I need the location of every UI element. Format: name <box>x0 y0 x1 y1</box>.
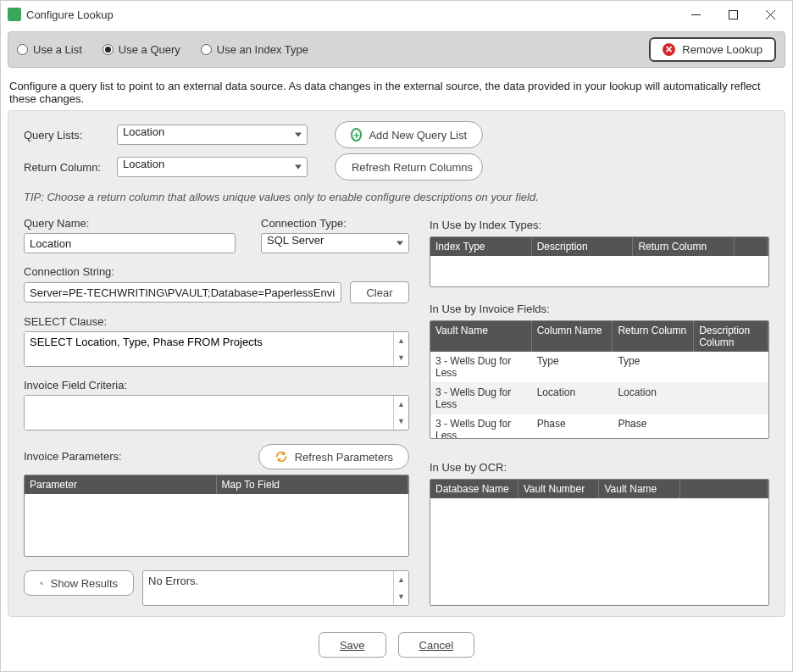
invoice-fields-body: 3 - Wells Dug for LessTypeType3 - Wells … <box>430 352 768 438</box>
cancel-button[interactable]: Cancel <box>398 632 474 658</box>
radio-icon <box>17 44 28 55</box>
refresh-return-columns-label: Refresh Return Columns <box>352 161 473 174</box>
mode-selector: Use a List Use a Query Use an Index Type… <box>8 31 785 68</box>
cell: Type <box>613 352 694 382</box>
col-vault-name: Vault Name <box>430 321 532 352</box>
name-type-row: Query Name: Connection Type: SQL Server <box>24 217 409 253</box>
cell: Location <box>532 383 613 414</box>
save-button[interactable]: Save <box>319 632 386 658</box>
refresh-return-columns-button[interactable]: Refresh Return Columns <box>335 153 483 180</box>
radio-icon <box>103 44 114 55</box>
window-title: Configure Lookup <box>26 8 677 21</box>
minimize-button[interactable] <box>677 2 714 27</box>
parameters-header: Parameter Map To Field <box>25 475 408 494</box>
connection-string-input[interactable] <box>24 282 341 303</box>
close-icon <box>766 10 775 19</box>
spin-up[interactable]: ▲ <box>394 571 408 588</box>
footer: Save Cancel <box>1 624 792 671</box>
query-lists-row: Query Lists: Location + Add New Query Li… <box>24 121 769 148</box>
col-parameter: Parameter <box>25 475 217 494</box>
clear-button[interactable]: Clear <box>350 281 409 303</box>
index-types-body <box>430 256 768 286</box>
refresh-parameters-button[interactable]: Refresh Parameters <box>258 444 409 469</box>
select-clause-label: SELECT Clause: <box>24 315 409 328</box>
col-database-name: Database Name <box>430 480 518 498</box>
cell: Phase <box>613 414 694 438</box>
col-return-column: Return Column <box>633 237 735 256</box>
remove-lookup-label: Remove Lookup <box>682 43 762 56</box>
table-row[interactable]: 3 - Wells Dug for LessPhasePhase <box>430 414 768 438</box>
cell: Type <box>532 352 613 382</box>
left-column: Query Name: Connection Type: SQL Server … <box>24 217 409 606</box>
spin-down[interactable]: ▼ <box>394 413 408 430</box>
invoice-fields-grid[interactable]: Vault Name Column Name Return Column Des… <box>430 320 769 439</box>
col-map-to: Map To Field <box>217 475 409 494</box>
refresh-icon <box>274 450 288 464</box>
return-column-value: Location <box>123 158 164 170</box>
col-vault-number: Vault Number <box>518 480 600 498</box>
app-icon <box>8 8 21 21</box>
remove-icon: ✕ <box>663 43 675 56</box>
tip-text: TIP: Choose a return column that allows … <box>24 191 769 203</box>
spin-up[interactable]: ▲ <box>394 396 408 413</box>
col-empty <box>680 480 768 498</box>
main-panel: Query Lists: Location + Add New Query Li… <box>8 110 785 617</box>
query-name-label: Query Name: <box>24 217 236 230</box>
spin-buttons: ▲ ▼ <box>393 571 408 605</box>
radio-use-query[interactable]: Use a Query <box>103 43 180 56</box>
index-types-grid[interactable]: Index Type Description Return Column <box>430 236 769 287</box>
invoice-criteria-text[interactable] <box>25 396 393 430</box>
col-return-column: Return Column <box>613 321 694 352</box>
query-lists-select[interactable]: Location <box>117 125 308 145</box>
ocr-grid[interactable]: Database Name Vault Number Vault Name <box>430 479 769 606</box>
svg-rect-1 <box>729 10 737 19</box>
cell: 3 - Wells Dug for Less <box>430 352 532 382</box>
col-index-type: Index Type <box>430 237 532 256</box>
window: Configure Lookup Use a List Use a Query … <box>0 0 793 672</box>
spin-up[interactable]: ▲ <box>394 332 408 349</box>
radio-use-index[interactable]: Use an Index Type <box>201 43 308 56</box>
errors-box: No Errors. ▲ ▼ <box>142 570 409 606</box>
connection-type-value: SQL Server <box>267 234 324 247</box>
connection-type-select[interactable]: SQL Server <box>261 233 409 253</box>
ocr-label: In Use by OCR: <box>430 461 769 474</box>
select-clause-text[interactable]: SELECT Location, Type, Phase FROM Projec… <box>25 332 393 366</box>
radio-icon <box>201 44 212 55</box>
description: Configure a query list to point to an ex… <box>1 71 792 110</box>
spin-down[interactable]: ▼ <box>394 349 408 366</box>
table-row[interactable]: 3 - Wells Dug for LessLocationLocation <box>430 383 768 414</box>
return-column-select[interactable]: Location <box>117 157 308 177</box>
select-clause-input[interactable]: SELECT Location, Type, Phase FROM Projec… <box>24 331 409 367</box>
radio-use-query-label: Use a Query <box>119 43 180 56</box>
remove-lookup-button[interactable]: ✕ Remove Lookup <box>649 37 776 62</box>
add-query-list-button[interactable]: + Add New Query List <box>335 121 483 148</box>
show-results-button[interactable]: Show Results <box>24 570 134 596</box>
maximize-button[interactable] <box>714 2 751 27</box>
close-button[interactable] <box>751 2 789 27</box>
cell <box>694 383 768 414</box>
cell: 3 - Wells Dug for Less <box>430 383 532 414</box>
parameters-body <box>25 494 408 556</box>
query-name-input[interactable] <box>24 233 236 253</box>
parameters-grid[interactable]: Parameter Map To Field <box>24 475 409 557</box>
col-empty <box>735 237 768 256</box>
table-row[interactable]: 3 - Wells Dug for LessTypeType <box>430 352 768 383</box>
minimize-icon <box>691 10 701 19</box>
svg-line-9 <box>42 584 43 585</box>
return-column-row: Return Column: Location Refresh Return C… <box>24 153 769 180</box>
ocr-header: Database Name Vault Number Vault Name <box>430 480 768 498</box>
maximize-icon <box>729 10 738 19</box>
cancel-label: Cancel <box>419 639 453 652</box>
index-types-label: In Use by Index Types: <box>430 219 769 231</box>
clear-label: Clear <box>366 286 392 299</box>
spin-down[interactable]: ▼ <box>394 588 408 605</box>
cell: 3 - Wells Dug for Less <box>430 414 532 438</box>
col-description-column: Description Column <box>694 321 768 352</box>
radio-use-list-label: Use a List <box>33 43 82 56</box>
cell: Phase <box>532 414 613 438</box>
refresh-parameters-label: Refresh Parameters <box>295 451 393 464</box>
invoice-criteria-input[interactable]: ▲ ▼ <box>24 395 409 430</box>
cell <box>694 352 768 382</box>
radio-use-list[interactable]: Use a List <box>17 43 82 56</box>
col-column-name: Column Name <box>532 321 613 352</box>
